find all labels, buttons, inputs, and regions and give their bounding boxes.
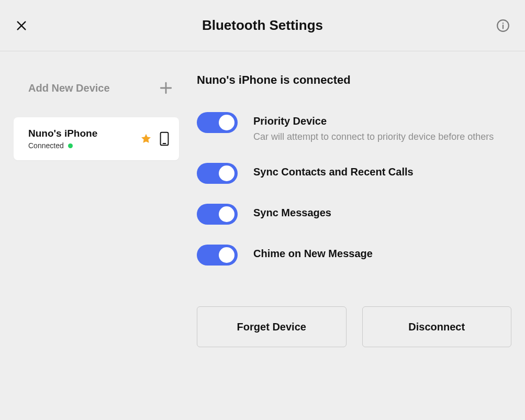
toggle-sync-messages[interactable] xyxy=(197,204,238,225)
toggle-sync-contacts[interactable] xyxy=(197,163,238,184)
phone-icon xyxy=(159,131,170,146)
setting-desc: Car will attempt to connect to priority … xyxy=(253,130,494,143)
sidebar: Add New Device Nuno's iPhone Connected xyxy=(0,51,189,359)
device-status-row: Connected xyxy=(28,141,97,150)
setting-sync-contacts: Sync Contacts and Recent Calls xyxy=(197,163,511,184)
add-device-label: Add New Device xyxy=(28,82,110,94)
close-icon xyxy=(16,20,27,31)
device-status: Connected xyxy=(28,141,64,150)
page-title: Bluetooth Settings xyxy=(0,17,525,34)
main-title: Nuno's iPhone is connected xyxy=(197,73,511,87)
toggle-chime-new-message[interactable] xyxy=(197,245,238,266)
star-icon xyxy=(140,133,152,145)
setting-text: Sync Messages xyxy=(253,204,331,219)
header: Bluetooth Settings xyxy=(0,0,525,51)
disconnect-button[interactable]: Disconnect xyxy=(362,306,512,347)
toggle-knob xyxy=(219,165,234,181)
toggle-knob xyxy=(219,206,234,222)
main: Nuno's iPhone is connected Priority Devi… xyxy=(189,51,525,359)
toggle-priority-device[interactable] xyxy=(197,112,238,133)
forget-device-button[interactable]: Forget Device xyxy=(197,306,347,347)
setting-sync-messages: Sync Messages xyxy=(197,204,511,225)
close-button[interactable] xyxy=(15,19,28,32)
info-button[interactable] xyxy=(496,18,510,33)
toggle-knob xyxy=(219,115,234,130)
setting-text: Chime on New Message xyxy=(253,245,373,260)
add-device-button[interactable]: Add New Device xyxy=(14,73,189,103)
setting-priority-device: Priority Device Car will attempt to conn… xyxy=(197,112,511,143)
toggle-knob xyxy=(219,247,234,263)
content: Add New Device Nuno's iPhone Connected N… xyxy=(0,51,525,359)
setting-text: Sync Contacts and Recent Calls xyxy=(253,163,414,178)
device-name: Nuno's iPhone xyxy=(28,128,97,139)
device-info: Nuno's iPhone Connected xyxy=(28,128,97,150)
svg-point-3 xyxy=(502,22,504,23)
info-icon xyxy=(496,19,510,32)
footer: Forget Device Disconnect xyxy=(197,285,511,359)
connected-dot-icon xyxy=(68,143,73,148)
setting-chime-new-message: Chime on New Message xyxy=(197,245,511,266)
setting-label: Priority Device xyxy=(253,115,494,127)
plus-icon xyxy=(159,81,173,95)
setting-label: Chime on New Message xyxy=(253,248,373,260)
device-icons xyxy=(140,131,170,146)
device-card[interactable]: Nuno's iPhone Connected xyxy=(14,117,179,160)
setting-text: Priority Device Car will attempt to conn… xyxy=(253,112,494,143)
setting-label: Sync Contacts and Recent Calls xyxy=(253,166,414,178)
setting-label: Sync Messages xyxy=(253,207,331,219)
